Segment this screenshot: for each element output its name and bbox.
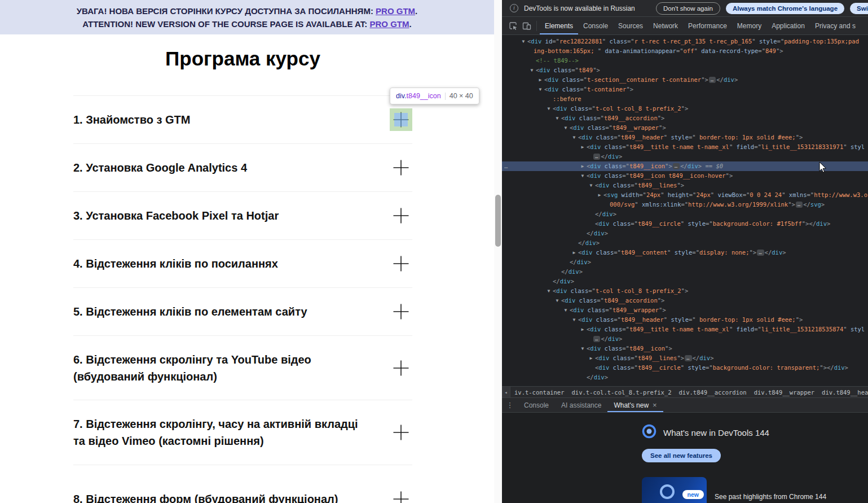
tree-node-selected[interactable]: ▶…<div class="t849__icon">…</div> == $0: [502, 161, 868, 171]
highlights-card[interactable]: new See past highlights from Chrome 144: [642, 477, 826, 503]
match-language-button[interactable]: Always match Chrome's language: [726, 3, 844, 14]
collapse-arrow-icon[interactable]: ▶: [537, 75, 543, 85]
devtools-tab-application[interactable]: Application: [766, 17, 810, 34]
collapse-arrow-icon[interactable]: ▶: [571, 248, 577, 257]
accordion-item[interactable]: 3. Установка Facebook Pixel та Hotjar: [73, 191, 412, 239]
plus-icon[interactable]: [393, 207, 409, 224]
tree-node[interactable]: </div>: [502, 277, 868, 286]
collapse-arrow-icon[interactable]: ▶: [588, 353, 594, 363]
collapse-arrow-icon[interactable]: ▶: [580, 161, 585, 171]
tree-node[interactable]: 000/svg" xmlns:xlink="http://www.w3.org/…: [502, 200, 868, 209]
devtools-tab-console[interactable]: Console: [578, 17, 613, 34]
devtools-tab-elements[interactable]: Elements: [540, 17, 578, 34]
collapse-arrow-icon[interactable]: ▶: [580, 142, 585, 152]
accordion-item[interactable]: 6. Відстеження скролінгу та YouTube віде…: [73, 335, 412, 400]
tree-node[interactable]: ▼<div class="t-col t-col_8 t-prefix_2">: [502, 286, 868, 296]
inspect-element-icon[interactable]: [506, 19, 520, 33]
expand-arrow-icon[interactable]: ▼: [571, 315, 577, 325]
plus-icon[interactable]: [393, 360, 409, 377]
tree-node[interactable]: ▼<div class="t849__icon t849__icon-hover…: [502, 171, 868, 181]
pro-gtm-link-uk[interactable]: PRO GTM: [376, 6, 415, 16]
accordion-item[interactable]: 8. Відстеження форм (вбудований функціон…: [73, 465, 412, 503]
tree-node[interactable]: ing-bottom:165px; " data-animationappear…: [502, 46, 868, 56]
tree-node[interactable]: ▼<div id="rec128222881" class="r t-rec t…: [502, 37, 868, 46]
plus-icon[interactable]: [393, 159, 409, 176]
tree-node[interactable]: ▼<div class="t849__accordion">: [502, 296, 868, 305]
accordion-item[interactable]: 7. Відстеження скролінгу, часу на активн…: [73, 400, 412, 465]
tree-node[interactable]: <!-- t849-->: [502, 56, 868, 65]
dont-show-again-button[interactable]: Don't show again: [656, 2, 720, 15]
tree-node[interactable]: ▼<div class="t849__wrapper">: [502, 305, 868, 315]
tree-node[interactable]: ▶<div class="t849__title t-name t-name_x…: [502, 325, 868, 334]
expand-arrow-icon[interactable]: ▼: [529, 65, 535, 75]
tree-node[interactable]: </div>: [502, 229, 868, 238]
collapse-arrow-icon[interactable]: ▶: [580, 325, 585, 334]
scrollbar-thumb[interactable]: [495, 195, 501, 247]
tree-node[interactable]: ▼<div class="t-col t-col_8 t-prefix_2">: [502, 104, 868, 113]
tree-node[interactable]: ▶<div class="t-section__container t-cont…: [502, 75, 868, 85]
plus-icon[interactable]: [393, 111, 409, 128]
expand-arrow-icon[interactable]: ▼: [563, 305, 569, 315]
breadcrumb-item[interactable]: iv.t-container: [513, 388, 566, 396]
tree-node[interactable]: ▼<div class="t849__header" style=" borde…: [502, 315, 868, 325]
tree-node[interactable]: ▶<div class="t849__content" style="displ…: [502, 248, 868, 257]
page-scrollbar[interactable]: [494, 0, 502, 503]
expand-arrow-icon[interactable]: ▼: [563, 123, 569, 133]
devtools-tab-privacy-and-s[interactable]: Privacy and s: [810, 17, 861, 34]
tree-node[interactable]: ▼<div class="t-container">: [502, 85, 868, 94]
close-icon[interactable]: ×: [653, 401, 657, 409]
tree-node[interactable]: ▼<div class="t849__accordion">: [502, 113, 868, 123]
devtools-tab-sources[interactable]: Sources: [613, 17, 648, 34]
plus-icon[interactable]: [393, 255, 409, 272]
expand-arrow-icon[interactable]: ▼: [546, 286, 552, 296]
tree-node[interactable]: …</div>: [502, 334, 868, 344]
expand-arrow-icon[interactable]: ▼: [546, 104, 552, 113]
tree-node[interactable]: <div class="t849__circle" style="backgro…: [502, 219, 868, 229]
tree-node[interactable]: …</div>: [502, 152, 868, 161]
accordion-item[interactable]: 4. Відстеження кліків по посиланнях: [73, 239, 412, 287]
breadcrumb-item[interactable]: div.t849__accordion: [678, 388, 748, 396]
tree-node[interactable]: ▼<div class="t849">: [502, 65, 868, 75]
collapse-arrow-icon[interactable]: ▶: [597, 190, 602, 200]
breadcrumb-scroll-left-icon[interactable]: ◂: [502, 387, 510, 397]
switch-language-button[interactable]: Swit: [850, 3, 868, 14]
expand-arrow-icon[interactable]: ▼: [537, 85, 543, 94]
drawer-tab-what-s-new[interactable]: What's new×: [607, 398, 663, 412]
tree-node[interactable]: <div class="t849__circle" style="backgro…: [502, 363, 868, 373]
expand-arrow-icon[interactable]: ▼: [580, 171, 585, 181]
devtools-tab-memory[interactable]: Memory: [732, 17, 766, 34]
accordion-item[interactable]: 2. Установка Google Analytics 4: [73, 143, 412, 191]
tree-node[interactable]: </div>: [502, 238, 868, 248]
tree-node[interactable]: ▼<div class="t849__wrapper">: [502, 123, 868, 133]
tree-node[interactable]: ▼<div class="t849__icon">: [502, 344, 868, 353]
tree-node[interactable]: </div>: [502, 373, 868, 382]
plus-icon[interactable]: [393, 303, 409, 320]
tree-node[interactable]: ▼<div class="t849__header" style=" borde…: [502, 133, 868, 142]
plus-icon[interactable]: [393, 424, 409, 441]
drawer-tab-ai-assistance[interactable]: AI assistance: [555, 398, 607, 412]
device-toolbar-icon[interactable]: [520, 19, 534, 33]
drawer-tab-console[interactable]: Console: [518, 398, 555, 412]
tree-node[interactable]: ▶<div class="t849__lines">…</div>: [502, 353, 868, 363]
tree-node[interactable]: ▶<div class="t849__title t-name t-name_x…: [502, 142, 868, 152]
expand-arrow-icon[interactable]: ▼: [554, 296, 560, 305]
expand-arrow-icon[interactable]: ▼: [521, 37, 526, 46]
tree-node[interactable]: ::before: [502, 94, 868, 104]
tree-node[interactable]: </div>: [502, 209, 868, 219]
expand-arrow-icon[interactable]: ▼: [554, 113, 560, 123]
expand-arrow-icon[interactable]: ▼: [580, 344, 585, 353]
expand-arrow-icon[interactable]: ▼: [588, 181, 594, 190]
breadcrumb-item[interactable]: div.t849__header: [821, 388, 868, 396]
past-highlights-link[interactable]: See past highlights from Chrome 144: [715, 493, 826, 501]
breadcrumb-item[interactable]: div.t849__wrapper: [753, 388, 816, 396]
tree-node[interactable]: ▼<div class="t849__lines">: [502, 181, 868, 190]
accordion-item[interactable]: 1. Знайомство з GTM: [73, 95, 412, 143]
breadcrumb-item[interactable]: div.t-col.t-col_8.t-prefix_2: [571, 388, 673, 396]
see-all-features-button[interactable]: See all new features: [642, 449, 721, 462]
drawer-menu-icon[interactable]: ⋮: [502, 398, 518, 412]
plus-icon[interactable]: [393, 491, 409, 503]
expand-arrow-icon[interactable]: ▼: [571, 133, 577, 142]
tree-node[interactable]: ▶<svg width="24px" height="24px" viewBox…: [502, 190, 868, 200]
tree-node[interactable]: </div>: [502, 257, 868, 267]
devtools-tab-performance[interactable]: Performance: [683, 17, 732, 34]
